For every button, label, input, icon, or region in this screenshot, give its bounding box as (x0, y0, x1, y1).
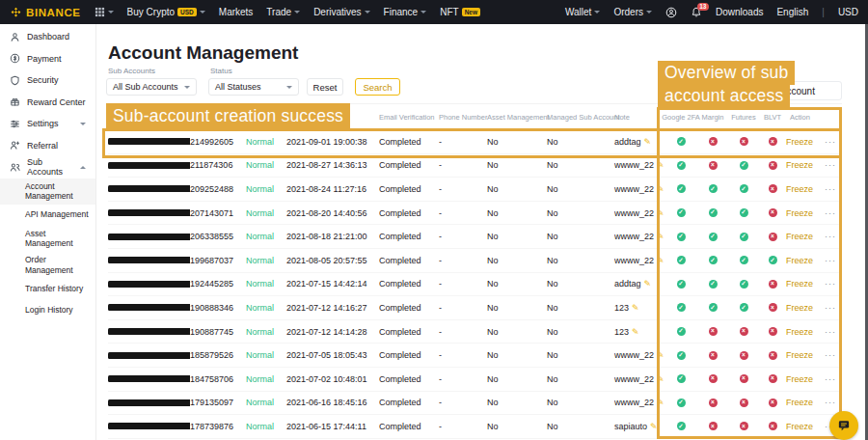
sidebar-item-referral[interactable]: Referral (0, 135, 95, 157)
cell-asset_management: No (487, 303, 547, 313)
nav-item-nft[interactable]: NFTNew (440, 7, 480, 17)
sidebar-item-payment[interactable]: Payment (0, 48, 95, 70)
sidebar-item-reward-center[interactable]: Reward Center (0, 92, 95, 114)
enabled-check-icon: ✓ (677, 422, 686, 430)
payment-icon (10, 53, 20, 64)
cell-managed_sub_account: No (547, 208, 614, 218)
freeze-link[interactable]: Freeze (786, 256, 813, 265)
nav-item-finance[interactable]: Finance (384, 7, 427, 17)
status-select[interactable]: All Statuses (208, 78, 299, 96)
sub-accounts-select[interactable]: All Sub Accounts (106, 78, 197, 96)
reset-button[interactable]: Reset (307, 78, 343, 96)
enabled-check-icon: ✓ (677, 208, 686, 217)
more-actions-button[interactable]: ··· (825, 303, 838, 313)
redacted-account-name (108, 162, 190, 169)
cell-futures: ✓ (728, 184, 759, 193)
support-chat-button[interactable] (829, 411, 858, 440)
more-actions-button[interactable]: ··· (825, 350, 838, 360)
more-actions-button[interactable]: ··· (825, 256, 838, 265)
binance-logo[interactable]: BINANCE (10, 6, 81, 18)
wallet-menu[interactable]: Wallet (565, 7, 600, 17)
sidebar-subitem-account-management[interactable]: Account Management (0, 179, 95, 205)
sidebar: DashboardPaymentSecurityReward CenterSet… (0, 24, 96, 440)
freeze-link[interactable]: Freeze (786, 350, 813, 360)
sidebar-subitem-login-history[interactable]: Login History (0, 299, 95, 320)
sidebar-subitem-asset-management[interactable]: Asset Management (0, 226, 95, 252)
sidebar-subitem-api-management[interactable]: API Management (0, 205, 95, 226)
column-header-action: Action (786, 113, 841, 122)
binance-diamond-icon (10, 6, 22, 18)
sidebar-subitem-order-management[interactable]: Order Management (0, 252, 95, 278)
chevron-down-icon (646, 11, 652, 14)
cell-margin: × (697, 161, 728, 170)
edit-note-pencil-icon[interactable]: ✎ (657, 374, 665, 384)
note-text: 123 (614, 327, 629, 337)
column-header-managed_sub_account: Managed Sub Account (547, 113, 614, 122)
table-row: 185879526Normal2021-07-05 18:05:43Comple… (108, 344, 842, 368)
currency-selector[interactable]: USD (838, 7, 858, 17)
edit-note-pencil-icon[interactable]: ✎ (657, 350, 665, 360)
more-actions-button[interactable]: ··· (825, 184, 838, 194)
sidebar-item-security[interactable]: Security (0, 69, 95, 92)
nav-item-badge: USD (177, 8, 197, 16)
more-actions-button[interactable]: ··· (825, 232, 838, 241)
wallet-label: Wallet (565, 7, 591, 17)
edit-note-pencil-icon[interactable]: ✎ (657, 398, 665, 407)
language-selector[interactable]: English (776, 7, 808, 17)
more-actions-button[interactable]: ··· (825, 160, 838, 170)
edit-note-pencil-icon[interactable]: ✎ (644, 279, 652, 289)
cell-created: 2021-07-12 14:14:28 (286, 327, 379, 337)
enabled-check-icon: ✓ (740, 233, 748, 241)
column-header-blvt: BLVT (759, 113, 786, 122)
sidebar-item-dashboard[interactable]: Dashboard (0, 26, 95, 48)
freeze-link[interactable]: Freeze (786, 208, 813, 218)
cell-futures: × (728, 351, 759, 360)
freeze-link[interactable]: Freeze (786, 232, 813, 241)
sidebar-item-settings[interactable]: Settings (0, 113, 95, 135)
edit-note-pencil-icon[interactable]: ✎ (650, 422, 658, 431)
sidebar-subitem-transfer-history[interactable]: Transfer History (0, 278, 95, 299)
cell-status: Normal (246, 279, 286, 289)
column-header-note: Note (614, 113, 665, 122)
more-actions-button[interactable]: ··· (825, 398, 838, 407)
freeze-link[interactable]: Freeze (786, 137, 813, 147)
sidebar-item-sub-accounts[interactable]: Sub Accounts (0, 156, 95, 179)
reward-icon (10, 96, 20, 107)
freeze-link[interactable]: Freeze (786, 398, 813, 407)
more-actions-button[interactable]: ··· (825, 208, 838, 218)
nav-item-derivatives[interactable]: Derivatives (313, 7, 369, 17)
nav-item-markets[interactable]: Markets (219, 7, 254, 17)
edit-note-pencil-icon[interactable]: ✎ (657, 208, 665, 218)
downloads-link[interactable]: Downloads (716, 7, 763, 17)
edit-note-pencil-icon[interactable]: ✎ (657, 256, 665, 265)
nav-item-buy-crypto[interactable]: Buy CryptoUSD (127, 7, 205, 17)
orders-menu[interactable]: Orders (613, 7, 652, 17)
freeze-link[interactable]: Freeze (786, 160, 813, 170)
freeze-link[interactable]: Freeze (786, 422, 813, 431)
freeze-link[interactable]: Freeze (786, 279, 813, 289)
more-actions-button[interactable]: ··· (825, 137, 838, 147)
apps-grid-menu[interactable] (95, 7, 114, 17)
freeze-link[interactable]: Freeze (786, 374, 813, 384)
freeze-link[interactable]: Freeze (786, 303, 813, 313)
disabled-cross-icon: × (709, 137, 718, 146)
profile-button[interactable] (665, 7, 677, 18)
freeze-link[interactable]: Freeze (786, 184, 813, 194)
more-actions-button[interactable]: ··· (825, 374, 838, 384)
edit-note-pencil-icon[interactable]: ✎ (657, 232, 665, 241)
freeze-link[interactable]: Freeze (786, 327, 813, 337)
edit-note-pencil-icon[interactable]: ✎ (632, 303, 639, 313)
edit-note-pencil-icon[interactable]: ✎ (644, 137, 652, 147)
cell-asset_management: No (487, 398, 547, 407)
more-actions-button[interactable]: ··· (825, 327, 838, 337)
edit-note-pencil-icon[interactable]: ✎ (632, 327, 639, 337)
nav-item-trade[interactable]: Trade (266, 7, 300, 17)
edit-note-pencil-icon[interactable]: ✎ (657, 160, 665, 170)
redacted-account-name (108, 185, 190, 192)
search-button[interactable]: Search (355, 78, 400, 96)
more-actions-button[interactable]: ··· (825, 279, 838, 289)
redacted-account-name (108, 234, 190, 240)
notifications-button[interactable]: 13 (691, 7, 702, 18)
sub-accounts-table: Email VerificationPhone NumberAsset Mana… (108, 103, 842, 439)
edit-note-pencil-icon[interactable]: ✎ (657, 184, 665, 194)
